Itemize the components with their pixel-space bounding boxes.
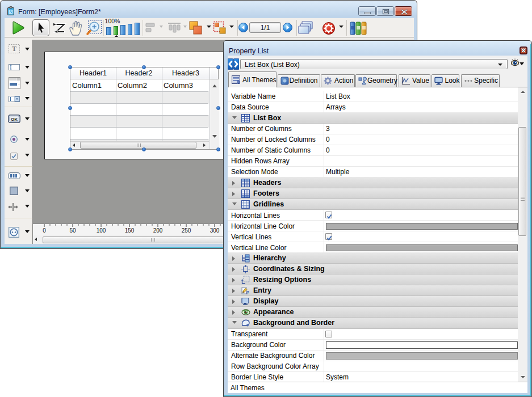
svg-text:50: 50 bbox=[69, 227, 76, 234]
svg-text:100: 100 bbox=[97, 227, 106, 234]
svg-text:200: 200 bbox=[153, 227, 163, 234]
svg-text:300: 300 bbox=[210, 227, 220, 234]
svg-text:250: 250 bbox=[182, 227, 191, 234]
svg-text:0: 0 bbox=[43, 227, 46, 234]
svg-text:#: # bbox=[246, 289, 249, 295]
svg-text:150: 150 bbox=[125, 227, 135, 234]
svg-text:OK: OK bbox=[11, 116, 18, 121]
svg-text:T: T bbox=[12, 45, 16, 53]
